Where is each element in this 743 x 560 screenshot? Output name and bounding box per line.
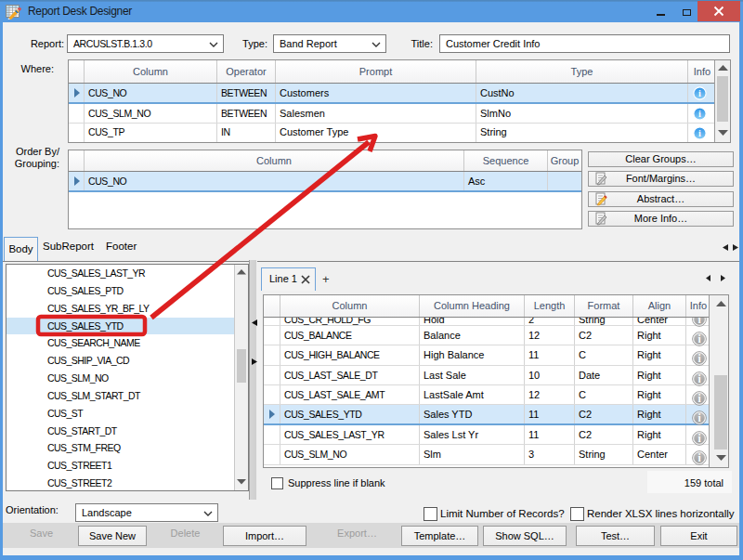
svg-text:i: i (698, 128, 701, 138)
svg-text:i: i (698, 88, 701, 98)
svg-text:i: i (698, 109, 701, 119)
